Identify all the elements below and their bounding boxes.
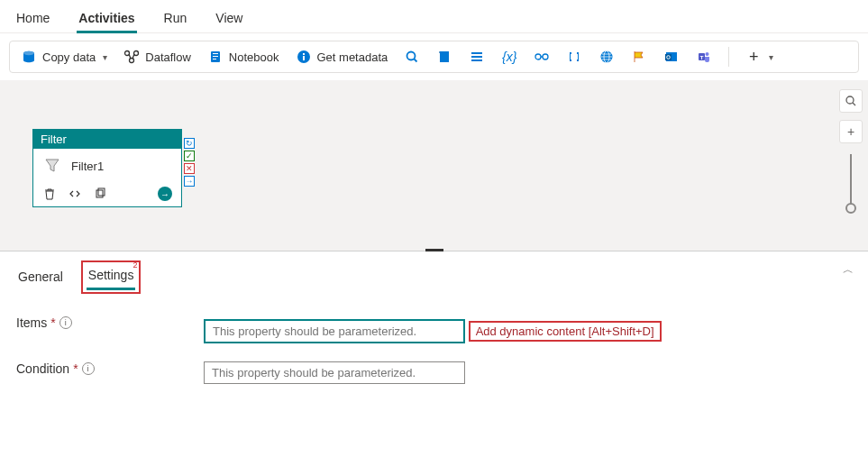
variable-icon: {x} [501,49,517,65]
get-metadata-button[interactable]: Get metadata [296,49,388,65]
notebook-label: Notebook [229,50,279,64]
svg-text:T: T [700,55,704,60]
collapse-panel-button[interactable]: ︿ [843,262,854,278]
variable-button[interactable]: {x} [501,49,517,65]
activity-node-filter[interactable]: Filter Filter1 → [32,129,182,207]
port-skip[interactable]: → [184,176,195,187]
add-dynamic-content-link[interactable]: Add dynamic content [Alt+Shift+D] [469,321,662,342]
notebook-icon [207,49,224,65]
panel-tab-general[interactable]: General [16,266,65,289]
svg-rect-16 [471,59,482,61]
error-badge: 2 [132,260,137,270]
svg-rect-6 [213,53,218,54]
teams-icon: T [696,49,712,65]
search-icon [404,49,420,65]
svg-rect-11 [303,53,305,55]
svg-rect-13 [440,51,449,62]
plus-icon: + [745,49,762,65]
required-asterisk: * [50,315,55,330]
svg-rect-7 [213,56,218,57]
info-icon[interactable]: i [82,362,95,375]
dataflow-label: Dataflow [145,50,191,64]
azure-icon [534,49,550,65]
canvas-tools: + [839,89,863,208]
pipeline-canvas[interactable]: Filter Filter1 → ↻ ✓ ✕ → [0,80,868,251]
copy-data-button[interactable]: Copy data ▾ [21,49,107,65]
svg-point-29 [846,96,854,104]
svg-point-25 [706,52,709,56]
outlook-button[interactable] [663,49,680,65]
code-icon[interactable] [68,187,82,201]
outlook-icon [663,49,680,65]
globe-icon [598,49,615,65]
dataflow-icon [123,49,140,65]
canvas-zoom-button[interactable]: + [839,120,863,143]
azure-button[interactable] [534,49,550,65]
highlight-settings-tab: Settings 2 [81,260,142,294]
svg-rect-15 [471,56,482,58]
chevron-down-icon: ▾ [769,52,773,62]
web-button[interactable] [598,49,615,65]
funnel-icon [42,156,62,176]
toolbar-separator [728,47,729,67]
svg-point-1 [23,51,34,55]
port-success[interactable]: ✓ [184,151,195,161]
svg-rect-27 [96,190,103,197]
info-icon[interactable]: i [59,316,72,329]
node-type-label: Filter [33,130,181,149]
stored-proc-button[interactable] [469,49,485,65]
brackets-icon [566,49,582,65]
tab-home[interactable]: Home [14,7,51,32]
tab-view[interactable]: View [214,7,244,32]
zoom-slider-thumb[interactable] [845,203,856,214]
dataflow-button[interactable]: Dataflow [123,49,191,65]
delete-icon[interactable] [42,187,57,201]
zoom-slider[interactable] [850,154,852,208]
properties-panel: General Settings 2 ︿ Items * i Add dynam… [0,251,868,393]
teams-button[interactable]: T [696,49,712,65]
notebook-button[interactable]: Notebook [207,49,279,65]
condition-input[interactable] [204,361,465,384]
flag-icon [631,49,647,65]
svg-rect-28 [98,188,105,196]
tab-activities[interactable]: Activities [77,7,136,33]
node-ports: ↻ ✓ ✕ → [184,138,195,187]
info-icon [296,49,312,65]
script-icon [436,49,452,65]
port-completion[interactable]: ↻ [184,138,195,149]
run-icon[interactable]: → [158,187,172,201]
svg-point-17 [535,54,541,59]
svg-point-12 [407,52,416,60]
tab-run[interactable]: Run [162,7,189,32]
script-button[interactable] [436,49,452,65]
copy-icon[interactable] [93,187,107,201]
get-metadata-label: Get metadata [317,50,388,64]
svg-rect-10 [303,56,305,60]
node-name: Filter1 [71,160,104,173]
activities-toolbar: Copy data ▾ Dataflow Notebook Get metada… [9,41,859,73]
svg-rect-22 [665,54,672,60]
required-asterisk: * [73,361,78,376]
top-menu: Home Activities Run View [0,0,868,33]
port-failure[interactable]: ✕ [184,163,195,174]
svg-point-4 [130,59,134,63]
add-activity-button[interactable]: + ▾ [745,49,773,65]
function-button[interactable] [566,49,582,65]
list-icon [469,49,485,65]
svg-rect-14 [471,52,482,54]
lookup-button[interactable] [404,49,420,65]
powerbi-button[interactable] [631,49,647,65]
copy-data-label: Copy data [42,50,96,64]
svg-rect-8 [213,59,216,59]
items-input[interactable] [204,319,465,343]
items-label: Items * i [16,315,196,330]
svg-point-18 [543,54,548,59]
database-icon [21,49,37,65]
condition-label: Condition * i [16,361,196,376]
panel-tab-settings[interactable]: Settings [87,264,136,290]
chevron-down-icon: ▾ [103,52,107,62]
canvas-search-button[interactable] [839,89,863,113]
